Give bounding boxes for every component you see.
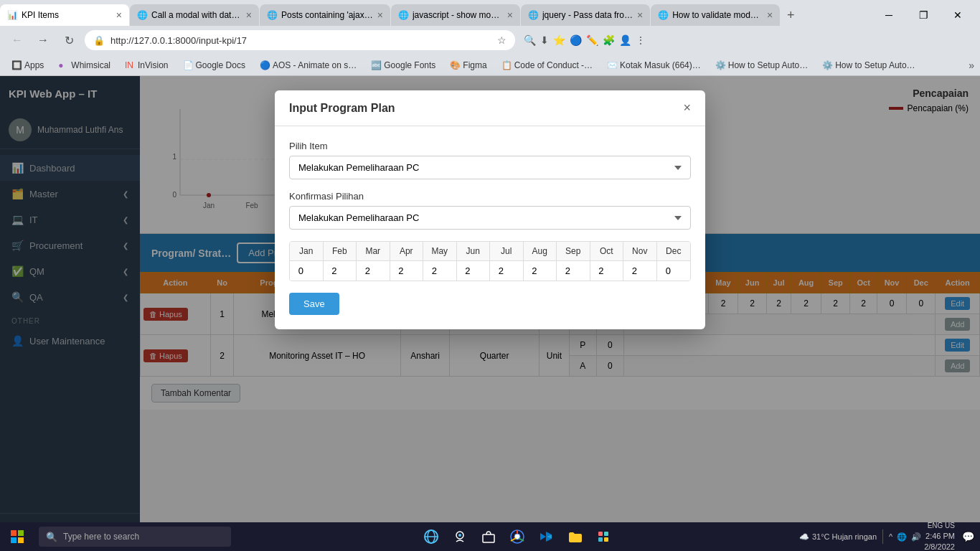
tab-favicon-3: 🌐 [267,10,277,20]
pilih-item-group: Pilih Item Melakukan Pemeliharaan PC [289,141,691,179]
konfirmasi-select[interactable]: Melakukan Pemeliharaan PC [289,206,691,230]
month-input-feb[interactable] [324,261,357,281]
tab-close-2[interactable]: × [246,9,252,21]
taskbar-store-button[interactable] [476,524,501,550]
refresh-button[interactable]: ↻ [59,30,79,50]
tray-icon-volume[interactable]: 🔊 [911,532,921,542]
bookmark-apps[interactable]: 🔲 Apps [6,59,50,72]
tray-icon-chevron[interactable]: ^ [889,532,892,541]
tray-icon-network[interactable]: 🌐 [897,532,907,542]
bookmark-star-icon[interactable]: ☆ [497,34,507,46]
pilih-item-select[interactable]: Melakukan Pemeliharaan PC [289,156,691,179]
bookmarks-more-button[interactable]: » [969,60,974,71]
month-input-mar[interactable] [357,261,390,281]
tab-close-5[interactable]: × [637,9,643,21]
months-header: Jan Feb Mar Apr May Jun Jul Aug Sep Oct … [290,242,690,261]
menu-icon[interactable]: ⋮ [636,34,646,46]
month-label-sep: Sep [557,242,590,260]
bookmark-invision[interactable]: IN InVision [119,59,174,72]
back-button[interactable]: ← [7,30,27,50]
extension-icon-4[interactable]: 🔵 [570,34,582,46]
address-bar-icons: ☆ [497,34,507,46]
bookmark-auto1[interactable]: ⚙️ How to Setup Auto… [710,59,814,72]
tab-favicon-4: 🌐 [398,10,408,20]
clock-display[interactable]: ENG US 2:46 PM 2/8/2022 [924,521,959,551]
taskbar-divider [882,529,883,544]
taskbar-search-box[interactable]: 🔍 Type here to search [39,527,231,547]
modal-close-button[interactable]: × [683,100,691,116]
tab-jquery[interactable]: 🌐 jquery - Pass data fro… × [521,4,650,26]
extension-icon-1[interactable]: 🔍 [524,34,536,46]
bookmark-auto2[interactable]: ⚙️ How to Setup Auto… [816,59,920,72]
month-input-dec[interactable] [657,261,691,281]
taskbar-chrome-button[interactable] [504,524,530,550]
extension-icon-3[interactable]: ⭐ [553,34,565,46]
bookmark-gmail[interactable]: ✉️ Kotak Masuk (664)… [601,59,707,72]
taskbar-extra-button[interactable] [590,524,616,550]
svg-rect-34 [604,532,608,536]
tab-title-6: How to validate mod… [672,10,763,20]
month-label-feb: Feb [324,242,357,260]
konfirmasi-group: Konfirmasi Pilihan Melakukan Pemeliharaa… [289,191,691,230]
tab-posts[interactable]: 🌐 Posts containing 'ajax… × [260,4,390,26]
month-input-may[interactable] [423,261,457,281]
month-input-aug[interactable] [524,261,557,281]
tab-close-3[interactable]: × [377,9,383,21]
taskbar-vscode-button[interactable] [533,524,559,550]
svg-rect-21 [18,537,24,543]
taskbar-search-text: Type here to search [63,532,139,542]
month-label-jan: Jan [290,242,324,260]
tab-close-4[interactable]: × [507,9,513,21]
profile-icon[interactable]: 👤 [619,34,631,46]
month-label-jul: Jul [490,242,524,260]
taskbar-fileexplorer-button[interactable] [562,524,588,550]
start-button[interactable] [0,522,34,551]
svg-rect-33 [598,532,603,536]
address-bar: ← → ↻ 🔒 http://127.0.0.1:8000/input-kpi/… [0,26,980,55]
taskbar-cortana-button[interactable] [447,524,473,550]
extension-icon-2[interactable]: ⬇ [540,34,549,46]
tab-kpi-items[interactable]: 📊 KPI Items × [0,4,129,26]
svg-point-26 [458,534,461,537]
address-input-container[interactable]: 🔒 http://127.0.0.1:8000/input-kpi/17 ☆ [85,30,515,50]
month-input-jun[interactable] [457,261,491,281]
new-tab-button[interactable]: + [781,5,801,25]
bookmark-figma[interactable]: 🎨 Figma [444,59,492,72]
tab-js[interactable]: 🌐 javascript - show mo… × [391,4,520,26]
forward-button[interactable]: → [33,30,53,50]
month-input-apr[interactable] [390,261,424,281]
month-label-nov: Nov [623,242,657,260]
save-button[interactable]: Save [289,293,339,315]
month-input-nov[interactable] [623,261,657,281]
bookmark-gfonts[interactable]: 🔤 Google Fonts [365,59,441,72]
close-window-button[interactable]: ✕ [941,4,974,26]
month-input-sep[interactable] [557,261,590,281]
bookmark-aos[interactable]: 🔵 AOS - Animate on s… [254,59,362,72]
language-locale: ENG US [924,521,955,531]
weather-icon: ☁️ [799,532,809,542]
months-inputs [290,261,690,281]
tab-close-kpi[interactable]: × [116,9,122,21]
minimize-button[interactable]: ─ [872,4,905,26]
bookmark-favicon-aos: 🔵 [260,60,270,70]
bookmark-whimsical[interactable]: ● Whimsical [52,59,116,72]
bookmark-gdocs[interactable]: 📄 Google Docs [177,59,251,72]
month-input-oct[interactable] [590,261,624,281]
tab-close-6[interactable]: × [767,9,773,21]
notification-icon[interactable]: 💬 [962,531,974,542]
month-input-jan[interactable] [290,261,324,281]
modal-body: Pilih Item Melakukan Pemeliharaan PC Kon… [275,126,705,329]
month-input-jul[interactable] [490,261,524,281]
month-label-may: May [423,242,457,260]
clock-date: 2/8/2022 [924,542,955,551]
tab-validate[interactable]: 🌐 How to validate mod… × [651,4,780,26]
bookmark-label-figma: Figma [463,60,486,70]
maximize-button[interactable]: ❐ [907,4,940,26]
weather-display: ☁️ 31°C Hujan ringan [799,532,877,542]
taskbar-explorer-button[interactable] [418,524,444,550]
bookmark-code-conduct[interactable]: 📋 Code of Conduct -… [496,59,598,72]
extension-icon-5[interactable]: ✏️ [586,34,598,46]
tab-call-modal[interactable]: 🌐 Call a modal with dat… × [130,4,259,26]
month-label-jun: Jun [457,242,491,260]
extension-icon-6[interactable]: 🧩 [603,34,615,46]
